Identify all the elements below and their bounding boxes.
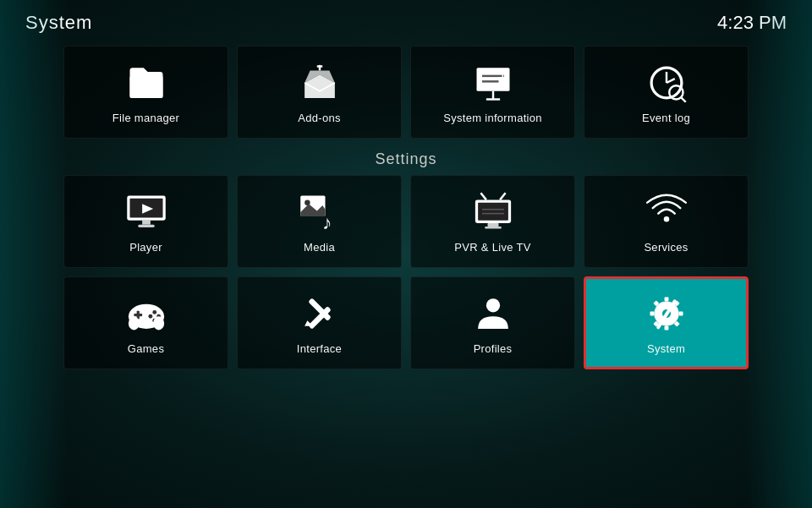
settings-section-label: Settings: [0, 150, 812, 168]
svg-line-29: [480, 193, 486, 199]
system-information-label: System information: [443, 112, 542, 124]
media-icon: ♪: [298, 190, 342, 234]
profiles-icon: [471, 292, 515, 336]
file-manager-icon: [124, 61, 168, 105]
svg-rect-51: [664, 325, 668, 330]
svg-point-35: [663, 216, 669, 221]
svg-text:♪: ♪: [322, 210, 332, 232]
tile-system[interactable]: System: [584, 276, 749, 369]
tile-services[interactable]: Services: [584, 175, 749, 268]
system-label: System: [647, 342, 685, 355]
interface-label: Interface: [297, 342, 342, 355]
svg-rect-21: [142, 220, 151, 224]
add-ons-icon: [298, 61, 342, 105]
svg-point-42: [148, 314, 152, 318]
event-log-label: Event log: [642, 112, 690, 124]
svg-rect-31: [487, 223, 498, 227]
games-icon: [124, 292, 168, 336]
tile-games[interactable]: Games: [63, 276, 228, 369]
tile-interface[interactable]: Interface: [237, 276, 402, 369]
settings-row-1: Player ♪ Media: [0, 175, 812, 268]
svg-line-30: [500, 193, 506, 199]
system-icon: [645, 292, 689, 336]
svg-point-8: [500, 68, 506, 74]
file-manager-label: File manager: [112, 112, 179, 124]
services-label: Services: [644, 241, 688, 254]
svg-point-39: [152, 309, 156, 314]
player-label: Player: [129, 241, 162, 254]
games-label: Games: [128, 342, 164, 355]
tile-file-manager[interactable]: File manager: [63, 46, 228, 139]
tile-media[interactable]: ♪ Media: [237, 175, 402, 268]
tile-pvr-live-tv[interactable]: PVR & Live TV: [410, 175, 575, 268]
svg-point-43: [128, 316, 139, 330]
clock: 4:23 PM: [717, 12, 787, 34]
svg-rect-22: [138, 224, 155, 227]
services-icon: [645, 190, 689, 234]
tile-add-ons[interactable]: Add-ons: [237, 46, 402, 139]
svg-line-17: [681, 97, 686, 102]
profiles-label: Profiles: [474, 342, 513, 355]
svg-rect-53: [678, 311, 683, 315]
svg-rect-50: [664, 297, 668, 301]
svg-rect-52: [650, 311, 654, 315]
svg-rect-28: [478, 202, 508, 220]
svg-point-44: [153, 316, 164, 330]
interface-icon: [298, 292, 342, 336]
pvr-live-tv-icon: [471, 190, 515, 234]
tile-player[interactable]: Player: [63, 175, 228, 268]
tile-system-information[interactable]: System information: [410, 46, 575, 139]
page-title: System: [25, 12, 92, 34]
tile-event-log[interactable]: Event log: [584, 46, 749, 139]
pvr-live-tv-label: PVR & Live TV: [454, 241, 530, 254]
media-label: Media: [304, 241, 335, 254]
svg-rect-0: [129, 75, 162, 97]
system-information-icon: [471, 61, 515, 105]
settings-row-2: Games Interface Profiles: [0, 276, 812, 369]
svg-point-48: [486, 298, 499, 312]
top-row: File manager Add-ons: [0, 46, 812, 139]
event-log-icon: [645, 61, 689, 105]
header: System 4:23 PM: [0, 0, 812, 42]
tile-profiles[interactable]: Profiles: [410, 276, 575, 369]
add-ons-label: Add-ons: [298, 112, 341, 124]
svg-line-15: [667, 79, 675, 83]
svg-rect-32: [485, 227, 502, 228]
player-icon: [124, 190, 168, 234]
